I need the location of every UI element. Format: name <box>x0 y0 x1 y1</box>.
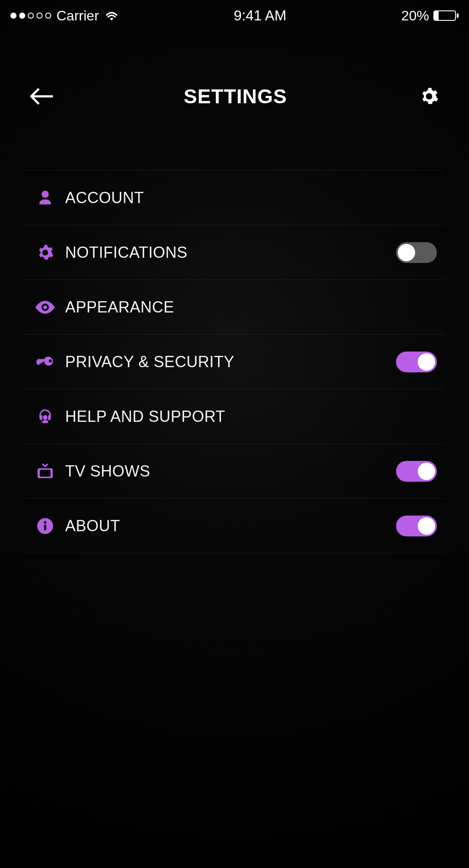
svg-point-0 <box>43 305 47 309</box>
eye-icon <box>28 301 63 314</box>
tv-shows-toggle[interactable] <box>396 461 437 482</box>
status-time: 9:41 AM <box>234 7 286 24</box>
key-icon <box>28 353 63 371</box>
signal-strength-icon <box>10 13 51 19</box>
carrier-label: Carrier <box>56 8 99 24</box>
back-button[interactable] <box>28 83 54 109</box>
settings-button[interactable] <box>417 84 441 108</box>
row-label: HELP AND SUPPORT <box>63 408 437 426</box>
status-left: Carrier <box>10 8 119 24</box>
row-appearance[interactable]: APPEARANCE <box>24 280 445 335</box>
svg-rect-3 <box>44 524 46 530</box>
row-about[interactable]: ABOUT <box>24 499 445 553</box>
row-account[interactable]: ACCOUNT <box>24 171 445 225</box>
battery-percent: 20% <box>401 8 429 24</box>
headset-icon <box>28 408 63 425</box>
page-title: SETTINGS <box>54 85 417 108</box>
notifications-toggle[interactable] <box>396 242 437 263</box>
svg-point-4 <box>44 521 46 523</box>
arrow-left-icon <box>29 88 53 105</box>
status-right: 20% <box>401 8 459 24</box>
gear-icon <box>28 244 63 261</box>
svg-point-1 <box>43 415 48 420</box>
gear-icon <box>419 87 439 106</box>
row-label: ACCOUNT <box>63 189 437 207</box>
tv-icon <box>28 462 63 480</box>
row-label: PRIVACY & SECURITY <box>63 353 396 371</box>
status-bar: Carrier 9:41 AM 20% <box>0 0 469 31</box>
battery-icon <box>433 10 459 21</box>
row-label: ABOUT <box>63 517 396 535</box>
row-notifications[interactable]: NOTIFICATIONS <box>24 225 445 280</box>
row-help-support[interactable]: HELP AND SUPPORT <box>24 389 445 444</box>
row-privacy-security[interactable]: PRIVACY & SECURITY <box>24 335 445 389</box>
privacy-toggle[interactable] <box>396 352 437 372</box>
info-icon <box>28 517 63 535</box>
settings-list: ACCOUNT NOTIFICATIONS APPEARANCE PRIVACY… <box>24 170 445 553</box>
row-label: NOTIFICATIONS <box>63 243 396 262</box>
user-icon <box>28 189 63 207</box>
row-label: TV SHOWS <box>63 462 396 480</box>
wifi-icon <box>104 10 119 21</box>
header: SETTINGS <box>0 83 469 109</box>
row-tv-shows[interactable]: TV SHOWS <box>24 444 445 499</box>
row-label: APPEARANCE <box>63 298 437 316</box>
about-toggle[interactable] <box>396 516 437 536</box>
